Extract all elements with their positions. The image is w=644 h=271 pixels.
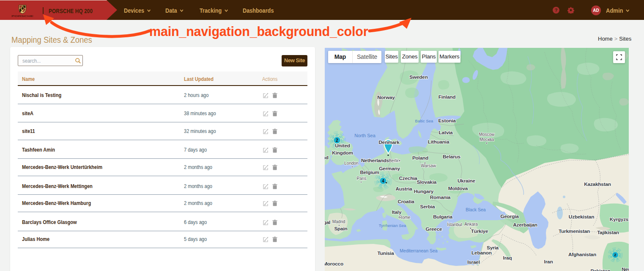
svg-text:Romania: Romania (430, 194, 451, 200)
svg-text:Portugal: Portugal (325, 219, 330, 225)
svg-text:Tyrrhenian Sea: Tyrrhenian Sea (379, 223, 406, 228)
svg-text:Denmark: Denmark (378, 139, 400, 145)
svg-text:Moscow: Moscow (479, 132, 495, 137)
svg-text:Estonia: Estonia (438, 118, 456, 124)
svg-text:Netherlands: Netherlands (361, 158, 389, 163)
svg-text:Uzbekistan: Uzbekistan (569, 214, 594, 220)
svg-text:Afghanistan: Afghanistan (568, 252, 596, 257)
svg-text:Slovakia: Slovakia (417, 179, 437, 185)
svg-text:Belarus: Belarus (443, 154, 461, 160)
svg-text:Serbia: Serbia (420, 204, 436, 210)
svg-text:Tunisia: Tunisia (377, 250, 394, 256)
svg-text:Finland: Finland (438, 94, 456, 100)
svg-text:Kyrgyzsta: Kyrgyzsta (610, 216, 629, 222)
svg-text:Poland: Poland (412, 155, 428, 161)
svg-text:Spain: Spain (334, 226, 347, 232)
svg-text:2: 2 (614, 252, 616, 257)
svg-text:Warsaw: Warsaw (421, 163, 436, 168)
svg-text:Latvia: Latvia (439, 130, 453, 136)
svg-text:Greece: Greece (426, 226, 442, 232)
svg-text:İstanbul: İstanbul (447, 222, 462, 227)
svg-text:Georgia: Georgia (500, 213, 519, 219)
svg-text:United: United (335, 143, 350, 149)
svg-text:London: London (344, 161, 358, 166)
svg-text:Israel: Israel (467, 259, 480, 265)
svg-text:4: 4 (382, 179, 384, 183)
svg-text:Iran: Iran (544, 259, 553, 265)
svg-text:New: New (622, 266, 629, 271)
svg-text:Italy: Italy (392, 209, 402, 215)
svg-text:North Sea: North Sea (354, 133, 375, 138)
svg-text:Paris: Paris (357, 176, 367, 181)
svg-text:Rome: Rome (399, 215, 411, 220)
svg-text:Belgium: Belgium (360, 169, 379, 175)
svg-text:Germany: Germany (379, 166, 400, 171)
svg-text:Azerbaijan: Azerbaijan (513, 222, 537, 228)
svg-text:Berlin: Berlin (389, 158, 400, 163)
svg-text:Croatia: Croatia (397, 199, 414, 205)
svg-text:Turkmenistan: Turkmenistan (559, 228, 590, 234)
svg-text:Kazakhstan: Kazakhstan (584, 181, 611, 187)
svg-text:Madrid: Madrid (332, 219, 345, 224)
svg-text:Tajikistan: Tajikistan (597, 230, 619, 235)
svg-text:2: 2 (336, 138, 338, 143)
svg-text:Baltic Sea: Baltic Sea (415, 119, 433, 123)
svg-text:Hungary: Hungary (414, 188, 434, 194)
svg-text:Bulgaria: Bulgaria (433, 214, 452, 220)
svg-text:Kingdom: Kingdom (332, 150, 353, 156)
svg-text:Iraq: Iraq (503, 255, 512, 261)
svg-text:Pakistan: Pakistan (591, 268, 611, 271)
svg-text:Türkiye: Türkiye (471, 228, 488, 234)
svg-text:Москва: Москва (480, 137, 494, 142)
svg-text:Mediterranean Sea: Mediterranean Sea (400, 248, 437, 253)
svg-text:Norway: Norway (377, 94, 395, 100)
svg-text:Morocco: Morocco (325, 261, 343, 267)
svg-text:Sweden: Sweden (409, 74, 428, 80)
svg-text:Black Sea: Black Sea (466, 207, 485, 212)
svg-text:Czechia: Czechia (399, 175, 417, 181)
svg-text:Lithuania: Lithuania (428, 139, 449, 145)
svg-text:PORSCHE: PORSCHE (11, 15, 33, 17)
svg-text:Moldova: Moldova (448, 185, 468, 191)
svg-text:Ukraine: Ukraine (458, 178, 476, 184)
svg-text:Austria: Austria (395, 186, 412, 192)
svg-text:Ankara: Ankara (464, 222, 478, 227)
svg-text:Ireland: Ireland (325, 155, 329, 160)
svg-text:Lebanon: Lebanon (471, 250, 492, 256)
